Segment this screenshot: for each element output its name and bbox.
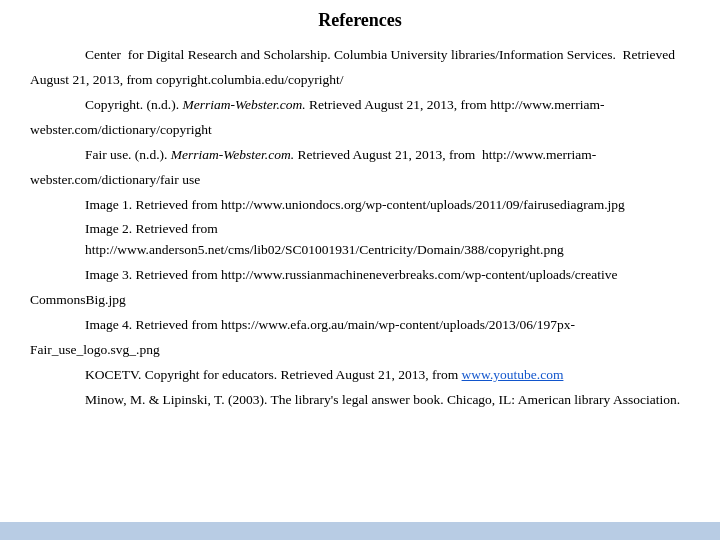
page: References Center for Digital Research a… (0, 0, 720, 540)
ref-italic: Merriam-Webster.com. (183, 97, 306, 112)
ref-text: webster.com/dictionary/copyright (30, 122, 212, 137)
youtube-link[interactable]: www.youtube.com (462, 367, 564, 382)
ref-text: Image 4. Retrieved from https://www.efa.… (85, 317, 575, 332)
list-item: Image 3. Retrieved from http://www.russi… (30, 265, 690, 286)
list-item: Fair_use_logo.svg_.png (30, 340, 690, 361)
references-content: Center for Digital Research and Scholars… (30, 45, 690, 411)
list-item: KOCETV. Copyright for educators. Retriev… (30, 365, 690, 386)
list-item: webster.com/dictionary/copyright (30, 120, 690, 141)
list-item: Image 2. Retrieved from http://www.ander… (30, 219, 690, 261)
list-item: Center for Digital Research and Scholars… (30, 45, 690, 66)
ref-text: Minow, M. & Lipinski, T. (2003). The lib… (85, 392, 680, 407)
list-item: August 21, 2013, from copyright.columbia… (30, 70, 690, 91)
list-item: Minow, M. & Lipinski, T. (2003). The lib… (30, 390, 690, 411)
ref-text: Fair use. (n.d.). Merriam-Webster.com. R… (85, 147, 596, 162)
list-item: Image 1. Retrieved from http://www.union… (30, 195, 690, 216)
ref-italic: Merriam-Webster.com. (171, 147, 294, 162)
ref-text: Copyright. (n.d.). Merriam-Webster.com. … (85, 97, 604, 112)
list-item: Image 4. Retrieved from https://www.efa.… (30, 315, 690, 336)
ref-text: KOCETV. Copyright for educators. Retriev… (85, 367, 563, 382)
ref-text: Image 1. Retrieved from http://www.union… (85, 197, 625, 212)
ref-text: Fair_use_logo.svg_.png (30, 342, 160, 357)
ref-text: Image 2. Retrieved from http://www.ander… (85, 221, 564, 257)
bottom-bar (0, 522, 720, 540)
list-item: Fair use. (n.d.). Merriam-Webster.com. R… (30, 145, 690, 166)
list-item: CommonsBig.jpg (30, 290, 690, 311)
ref-text: Center for Digital Research and Scholars… (85, 47, 675, 62)
ref-text: Image 3. Retrieved from http://www.russi… (85, 267, 618, 282)
page-title: References (30, 10, 690, 31)
ref-text: CommonsBig.jpg (30, 292, 126, 307)
list-item: Copyright. (n.d.). Merriam-Webster.com. … (30, 95, 690, 116)
ref-text: webster.com/dictionary/fair use (30, 172, 200, 187)
list-item: webster.com/dictionary/fair use (30, 170, 690, 191)
ref-text: August 21, 2013, from copyright.columbia… (30, 72, 343, 87)
